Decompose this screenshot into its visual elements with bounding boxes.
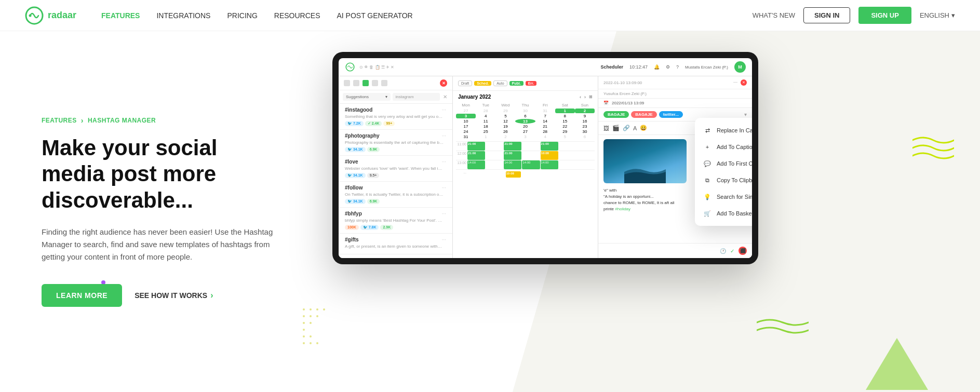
cal-expand-icon[interactable]: ⊞ — [589, 94, 593, 99]
event-block[interactable]: 14:00 — [541, 160, 558, 169]
cal-day[interactable]: 16 — [575, 119, 595, 124]
cal-tab-sched[interactable]: Sched. — [474, 81, 491, 86]
text-tool-icon[interactable]: A — [633, 125, 637, 131]
context-menu-item-add-comment[interactable]: 💬 Add To First Comment — [695, 155, 752, 172]
btn-bagaje-2[interactable]: BAGAJE — [631, 111, 656, 118]
cal-day[interactable]: 25 — [476, 129, 495, 134]
help-icon[interactable]: ? — [676, 64, 679, 70]
cal-day[interactable]: 19 — [495, 124, 515, 129]
hashtag-item-instagood[interactable]: #instagood ··· Something that is very ve… — [339, 104, 452, 130]
nav-ai-post-generator[interactable]: AI POST GENERATOR — [337, 11, 412, 20]
sign-up-button[interactable]: SIGN UP — [858, 7, 911, 24]
notification-icon[interactable]: 🔔 — [654, 64, 660, 70]
cal-tab-pub[interactable]: Publ. — [509, 81, 523, 86]
event-block[interactable]: 14:00 — [504, 160, 521, 169]
cal-day-3[interactable]: 3 — [456, 114, 476, 118]
row-menu-icon[interactable]: ··· — [442, 211, 446, 218]
row-menu-icon[interactable]: ··· — [442, 133, 446, 140]
cal-day[interactable]: 21 — [535, 124, 555, 129]
row-menu-icon[interactable]: ··· — [442, 107, 446, 114]
cal-day[interactable]: 22 — [555, 124, 575, 129]
cal-tab-err[interactable]: Err. — [526, 81, 537, 86]
post-clock-icon[interactable]: 🕐 — [720, 248, 726, 254]
cal-day[interactable]: 15 — [555, 119, 575, 124]
event-block[interactable]: 21:00 — [504, 142, 521, 151]
cal-day-1[interactable]: 1 — [555, 109, 575, 113]
whats-new-link[interactable]: WHAT'S NEW — [753, 11, 795, 19]
cal-day[interactable]: 10 — [456, 119, 476, 124]
cal-day[interactable]: 12 — [495, 119, 515, 124]
see-how-link[interactable]: SEE HOW IT WORKS › — [135, 291, 213, 300]
hashtag-item-love[interactable]: #love ··· Webster confuses 'love' with '… — [339, 156, 452, 182]
event-block[interactable]: 21:00 — [467, 151, 485, 160]
toolbar-icon-4[interactable] — [381, 80, 387, 86]
post-delete-button[interactable]: ⬛ — [739, 247, 747, 255]
cal-day[interactable]: 31 — [456, 134, 476, 139]
post-check-icon[interactable]: ✓ — [730, 248, 734, 254]
hashtag-item-follow[interactable]: #follow ··· On Twitter, it is actually T… — [339, 182, 452, 208]
event-yellow[interactable]: 10:08 — [506, 171, 521, 178]
cal-next-button[interactable]: › — [584, 94, 586, 100]
cal-day[interactable]: 5 — [495, 114, 515, 118]
cal-day[interactable]: 20 — [515, 124, 535, 129]
link-tool-icon[interactable]: 🔗 — [623, 125, 630, 131]
video-tool-icon[interactable]: 🎬 — [612, 125, 620, 131]
row-menu-icon[interactable]: ··· — [442, 258, 446, 258]
hashtag-item-gifts[interactable]: #gifts ··· A gift, or present, is an ite… — [339, 234, 452, 254]
cal-day[interactable]: 14 — [535, 119, 555, 124]
breadcrumb-features[interactable]: FEATURES — [42, 117, 77, 124]
cal-day[interactable]: 26 — [495, 129, 515, 134]
event-block[interactable]: 14:00 — [467, 160, 485, 169]
cal-day[interactable]: 23 — [575, 124, 595, 129]
row-menu-icon[interactable]: ··· — [442, 159, 446, 166]
toolbar-icon-1[interactable] — [344, 80, 350, 86]
cal-day[interactable]: 6 — [515, 114, 535, 118]
nav-pricing[interactable]: PRICING — [227, 11, 257, 20]
post-minimize-icon[interactable]: — — [733, 79, 737, 86]
cal-day[interactable]: 28 — [535, 129, 555, 134]
context-menu-item-search-similar[interactable]: 💡 Search for Similar — [695, 188, 752, 205]
cal-day[interactable]: 9 — [575, 114, 595, 118]
logo[interactable]: radaar — [25, 6, 76, 25]
toolbar-icon-2[interactable] — [353, 80, 359, 86]
btn-twitter[interactable]: twitter... — [659, 111, 683, 118]
settings-icon[interactable]: ⚙ — [666, 64, 670, 70]
show-more-link[interactable]: #holiday — [615, 207, 630, 211]
event-block[interactable]: 21:00 — [467, 142, 485, 151]
cal-day[interactable]: 8 — [555, 114, 575, 118]
cal-day[interactable]: 17 — [456, 124, 476, 129]
context-menu-item-copy[interactable]: ⧉ Copy To Clipboard — [695, 172, 752, 188]
context-menu-item-replace[interactable]: ⇄ Replace In Caption — [695, 122, 752, 139]
context-menu-item-add-basket[interactable]: 🛒 Add To Basket — [695, 205, 752, 222]
toolbar-icon-active[interactable] — [363, 80, 369, 86]
nav-integrations[interactable]: INTEGRATIONS — [156, 11, 210, 20]
event-block[interactable]: 14:00 — [522, 160, 540, 169]
context-menu-item-add-caption[interactable]: + Add To Caption — [695, 139, 752, 155]
post-close-icon[interactable]: ✕ — [741, 79, 747, 86]
cal-prev-button[interactable]: ‹ — [580, 94, 581, 100]
hashtag-filter-dropdown[interactable]: Suggestions ▾ — [343, 93, 391, 101]
learn-more-button[interactable]: LEARN MORE — [42, 284, 122, 307]
event-block[interactable]: 21:00 — [541, 142, 558, 151]
cal-day[interactable]: 24 — [456, 129, 476, 134]
emoji-tool-icon[interactable]: 😀 — [640, 125, 647, 131]
toolbar-icon-3[interactable] — [372, 80, 378, 86]
hashtag-item-photography[interactable]: #photography ··· Photography is essentia… — [339, 130, 452, 156]
language-selector[interactable]: ENGLISH ▾ — [920, 11, 955, 19]
btn-bagaje-1[interactable]: BAGAJE — [603, 111, 629, 118]
hashtag-item-like[interactable]: #like ··· To like is to be interested in… — [339, 254, 452, 258]
image-tool-icon[interactable]: 🖼 — [603, 125, 609, 131]
cal-day[interactable]: 18 — [476, 124, 495, 129]
cal-day-2[interactable]: 2 — [575, 109, 595, 113]
nav-features[interactable]: FEATURES — [101, 11, 140, 20]
cal-day[interactable]: 29 — [555, 129, 575, 134]
hashtag-search-input[interactable]: instagram — [393, 93, 440, 101]
sign-in-button[interactable]: SIGN IN — [803, 7, 850, 23]
nav-resources[interactable]: RESOURCES — [274, 11, 320, 20]
cal-day[interactable]: 7 — [535, 114, 555, 118]
event-block[interactable]: 10:08 — [541, 151, 558, 160]
hashtag-item-bhfyp[interactable]: #bhfyp ··· bhfyp simply means 'Best Hash… — [339, 208, 452, 234]
cal-day[interactable]: 27 — [515, 129, 535, 134]
cal-day[interactable]: 11 — [476, 119, 495, 124]
cal-day[interactable]: 4 — [476, 114, 495, 118]
